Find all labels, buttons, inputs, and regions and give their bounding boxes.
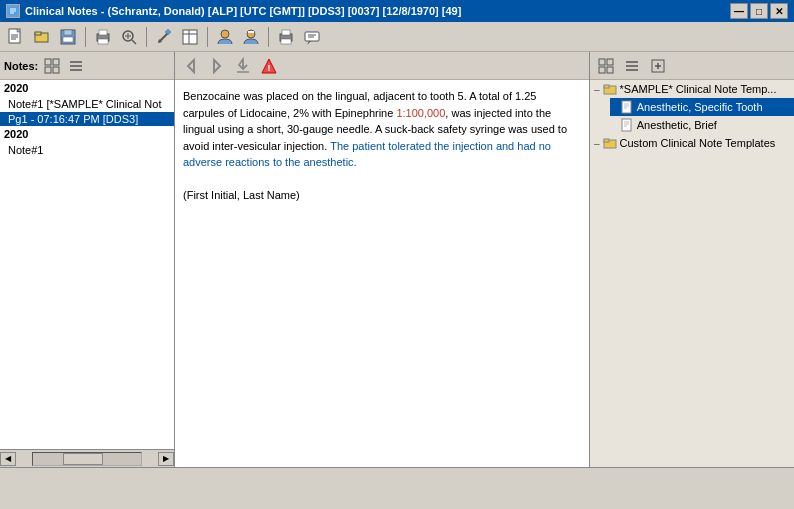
sample-group-label: *SAMPLE* Clinical Note Temp...: [620, 83, 777, 95]
maximize-button[interactable]: □: [750, 3, 768, 19]
note-icon-2: [620, 118, 634, 132]
right-btn-expand[interactable]: [646, 54, 670, 78]
separator-1: [85, 27, 86, 47]
main-toolbar: [0, 22, 794, 52]
svg-rect-56: [599, 67, 605, 73]
left-panel: Notes: 2020 Note#1 [*SAMPLE*: [0, 52, 175, 467]
svg-rect-55: [607, 59, 613, 65]
note-item-sample[interactable]: Note#1 [*SAMPLE* Clinical Not: [0, 96, 174, 112]
folder-icon: [603, 82, 617, 96]
anesthetic-specific-label: Anesthetic, Specific Tooth: [637, 101, 763, 113]
toolbar-open[interactable]: [30, 25, 54, 49]
svg-rect-65: [604, 85, 609, 88]
tree-anesthetic-specific[interactable]: Anesthetic, Specific Tooth: [610, 98, 794, 116]
notes-btn-list[interactable]: [66, 56, 86, 76]
svg-rect-31: [282, 30, 290, 35]
svg-rect-70: [622, 119, 631, 131]
scroll-right-arrow[interactable]: ▶: [158, 452, 174, 466]
main-area: Notes: 2020 Note#1 [*SAMPLE*: [0, 52, 794, 467]
status-bar: [0, 467, 794, 489]
notes-label: Notes:: [4, 60, 38, 72]
note-icon: [620, 100, 634, 114]
scroll-left-arrow[interactable]: ◀: [0, 452, 16, 466]
note-year-2: 2020: [0, 126, 174, 142]
custom-group-label: Custom Clinical Note Templates: [620, 137, 776, 149]
notes-btn-grid1[interactable]: [42, 56, 62, 76]
svg-text:!: !: [268, 63, 271, 73]
scrollbar-track[interactable]: [32, 452, 142, 466]
svg-rect-40: [53, 67, 59, 73]
toolbar-print[interactable]: [91, 25, 115, 49]
toolbar-user[interactable]: [213, 25, 237, 49]
svg-rect-57: [607, 67, 613, 73]
toolbar-new[interactable]: [4, 25, 28, 49]
svg-rect-15: [99, 30, 107, 35]
svg-rect-66: [622, 101, 631, 113]
separator-4: [268, 27, 269, 47]
middle-toolbar: !: [175, 52, 589, 80]
note-item-1[interactable]: Note#1: [0, 142, 174, 158]
middle-back[interactable]: [179, 54, 203, 78]
toolbar-search[interactable]: [117, 25, 141, 49]
right-btn-list[interactable]: [620, 54, 644, 78]
toolbar-pen[interactable]: [152, 25, 176, 49]
tree-custom-group[interactable]: – Custom Clinical Note Templates: [590, 134, 794, 152]
tree-leaf-icon-2: [614, 120, 617, 131]
tree-sample-group[interactable]: – *SAMPLE* Clinical Note Temp...: [590, 80, 794, 98]
tree-leaf-icon: [614, 102, 617, 113]
toolbar-user2[interactable]: [239, 25, 263, 49]
tree-anesthetic-brief[interactable]: Anesthetic, Brief: [610, 116, 794, 134]
svg-rect-32: [281, 39, 291, 44]
right-toolbar: [590, 52, 794, 80]
svg-line-18: [132, 40, 136, 44]
left-scrollbar: ◀ ▶: [0, 449, 174, 467]
svg-rect-29: [248, 31, 254, 33]
toolbar-save[interactable]: [56, 25, 80, 49]
svg-rect-54: [599, 59, 605, 65]
window-controls: — □ ✕: [730, 3, 788, 19]
svg-rect-75: [604, 139, 609, 142]
note-paragraph-1: Benzocaine was placed on the lingual, ad…: [183, 88, 581, 171]
svg-rect-37: [45, 59, 51, 65]
svg-marker-44: [188, 60, 194, 72]
minimize-button[interactable]: —: [730, 3, 748, 19]
toolbar-template[interactable]: [178, 25, 202, 49]
notes-list[interactable]: 2020 Note#1 [*SAMPLE* Clinical Not Pg1 -…: [0, 80, 174, 449]
note-year-1: 2020: [0, 80, 174, 96]
svg-point-27: [221, 30, 229, 38]
note-subitem-pg1[interactable]: Pg1 - 07:16:47 PM [DDS3]: [0, 112, 174, 126]
note-paragraph-2: (First Initial, Last Name): [183, 187, 581, 204]
notes-header: Notes:: [0, 52, 174, 80]
svg-marker-45: [214, 60, 220, 72]
tree-expand-icon: –: [594, 84, 600, 95]
close-button[interactable]: ✕: [770, 3, 788, 19]
middle-forward[interactable]: [205, 54, 229, 78]
right-btn-grid1[interactable]: [594, 54, 618, 78]
svg-rect-13: [63, 37, 73, 42]
svg-rect-10: [35, 32, 41, 35]
anesthetic-brief-label: Anesthetic, Brief: [637, 119, 717, 131]
tree-collapse-icon: –: [594, 138, 600, 149]
templates-tree[interactable]: – *SAMPLE* Clinical Note Temp...: [590, 80, 794, 467]
toolbar-print2[interactable]: [274, 25, 298, 49]
separator-3: [207, 27, 208, 47]
right-panel: – *SAMPLE* Clinical Note Temp...: [589, 52, 794, 467]
svg-rect-16: [98, 39, 108, 44]
svg-rect-39: [45, 67, 51, 73]
tree-children-sample: Anesthetic, Specific Tooth Anesthetic, B…: [590, 98, 794, 134]
folder-icon-2: [603, 136, 617, 150]
svg-rect-12: [64, 30, 72, 35]
middle-alert[interactable]: !: [257, 54, 281, 78]
svg-rect-38: [53, 59, 59, 65]
toolbar-message[interactable]: [300, 25, 324, 49]
app-icon: [6, 4, 20, 18]
note-content[interactable]: Benzocaine was placed on the lingual, ad…: [175, 80, 589, 467]
scrollbar-thumb[interactable]: [63, 453, 103, 465]
svg-rect-24: [183, 30, 197, 44]
middle-save[interactable]: [231, 54, 255, 78]
title-bar: Clinical Notes - (Schrantz, Donald) [ALP…: [0, 0, 794, 22]
title-text: Clinical Notes - (Schrantz, Donald) [ALP…: [25, 5, 461, 17]
middle-panel: ! Benzocaine was placed on the lingual, …: [175, 52, 589, 467]
svg-marker-34: [307, 41, 311, 45]
separator-2: [146, 27, 147, 47]
